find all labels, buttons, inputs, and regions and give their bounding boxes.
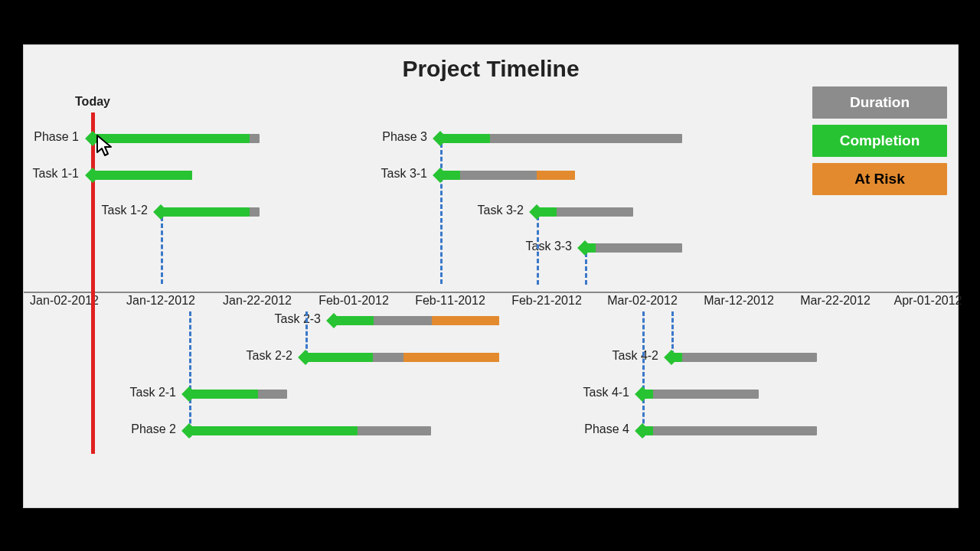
chart-canvas: Project Timeline Duration Completion At … [23, 44, 959, 508]
completion-bar [189, 390, 258, 399]
tick-label: Feb-01-2012 [318, 294, 389, 308]
task-label: Task 4-2 [603, 349, 658, 363]
tick-label: Jan-12-2012 [126, 294, 195, 308]
tick-label: Feb-11-2012 [415, 294, 485, 308]
task-label: Phase 2 [121, 422, 176, 436]
tick-label: Jan-02-2012 [30, 294, 99, 308]
gantt-bar[interactable] [537, 207, 633, 217]
at-risk-bar [432, 316, 499, 325]
task-label: Task 3-1 [372, 167, 427, 181]
chart-title: Project Timeline [24, 56, 958, 82]
at-risk-bar [537, 171, 575, 180]
gantt-bar[interactable] [189, 390, 287, 399]
task-label: Phase 3 [372, 130, 427, 144]
task-label: Task 1-2 [93, 204, 148, 217]
gantt-bar[interactable] [161, 207, 260, 217]
duration-bar [585, 243, 682, 253]
at-risk-bar [403, 353, 499, 362]
duration-bar [642, 426, 817, 435]
task-label: Task 2-3 [266, 312, 321, 326]
legend-completion: Completion [812, 125, 947, 157]
tick-label: Mar-12-2012 [704, 294, 774, 308]
gantt-bar[interactable] [334, 316, 499, 325]
tick-label: Apr-01-2012 [894, 294, 962, 308]
dependency-line [161, 217, 163, 284]
tick-label: Jan-22-2012 [223, 294, 292, 308]
completion-bar [93, 171, 192, 180]
task-label: Phase 4 [574, 422, 629, 436]
task-label: Task 2-1 [121, 386, 176, 399]
task-label: Phase 1 [24, 130, 79, 144]
gantt-bar[interactable] [440, 171, 575, 180]
tick-label: Mar-02-2012 [607, 294, 678, 308]
completion-bar [161, 207, 250, 217]
gantt-bar[interactable] [93, 171, 192, 180]
dependency-line [585, 253, 587, 285]
tick-label: Feb-21-2012 [511, 294, 582, 308]
completion-bar [305, 353, 373, 362]
gantt-bar[interactable] [642, 426, 817, 435]
legend-at-risk: At Risk [812, 163, 947, 195]
gantt-bar[interactable] [440, 134, 682, 143]
gantt-bar[interactable] [305, 353, 499, 362]
duration-bar [671, 353, 817, 362]
gantt-bar[interactable] [93, 134, 260, 143]
task-label: Task 2-2 [237, 349, 292, 363]
legend: Duration Completion At Risk [812, 86, 947, 201]
gantt-bar[interactable] [671, 353, 817, 362]
gantt-bar[interactable] [585, 243, 682, 253]
gantt-bar[interactable] [189, 426, 431, 435]
completion-bar [189, 426, 358, 435]
legend-duration: Duration [812, 86, 947, 119]
today-line [91, 112, 95, 454]
dependency-line [642, 311, 645, 437]
tick-label: Mar-22-2012 [800, 294, 871, 308]
x-axis [24, 292, 958, 293]
dependency-line [537, 216, 539, 285]
task-label: Task 3-3 [517, 240, 572, 253]
duration-bar [642, 390, 759, 399]
completion-bar [93, 134, 250, 143]
task-label: Task 4-1 [574, 386, 629, 399]
task-label: Task 1-1 [24, 167, 79, 181]
gantt-bar[interactable] [642, 390, 759, 399]
dependency-line [189, 311, 191, 437]
today-label: Today [75, 95, 110, 109]
dependency-line [440, 143, 443, 284]
task-label: Task 3-2 [469, 204, 524, 217]
